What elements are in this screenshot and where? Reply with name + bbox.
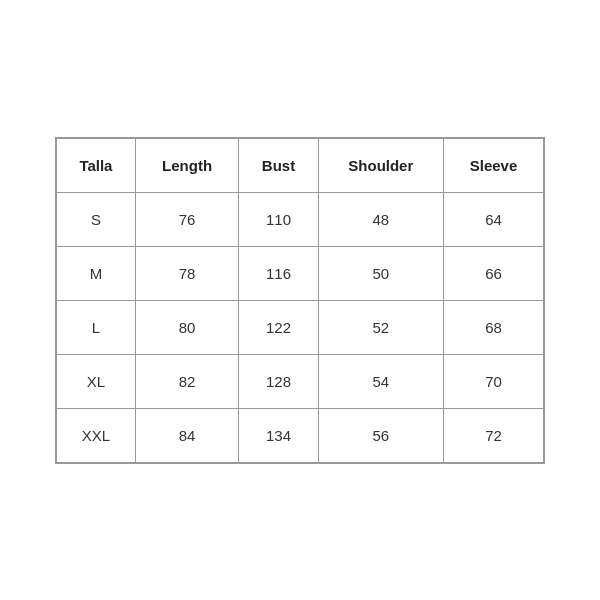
cell-r3-c3: 54	[318, 354, 443, 408]
cell-r1-c4: 66	[444, 246, 544, 300]
cell-r0-c0: S	[57, 192, 136, 246]
table-header: Talla Length Bust Shoulder Sleeve	[57, 138, 544, 192]
col-header-sleeve: Sleeve	[444, 138, 544, 192]
col-header-talla: Talla	[57, 138, 136, 192]
table-row: M781165066	[57, 246, 544, 300]
cell-r2-c2: 122	[239, 300, 318, 354]
cell-r4-c0: XXL	[57, 408, 136, 462]
table-body: S761104864M781165066L801225268XL82128547…	[57, 192, 544, 462]
cell-r0-c2: 110	[239, 192, 318, 246]
cell-r4-c3: 56	[318, 408, 443, 462]
cell-r2-c0: L	[57, 300, 136, 354]
cell-r0-c4: 64	[444, 192, 544, 246]
cell-r0-c1: 76	[135, 192, 239, 246]
table-row: L801225268	[57, 300, 544, 354]
table-row: XXL841345672	[57, 408, 544, 462]
table-row: S761104864	[57, 192, 544, 246]
cell-r3-c0: XL	[57, 354, 136, 408]
cell-r3-c4: 70	[444, 354, 544, 408]
cell-r3-c2: 128	[239, 354, 318, 408]
table-row: XL821285470	[57, 354, 544, 408]
cell-r4-c1: 84	[135, 408, 239, 462]
cell-r3-c1: 82	[135, 354, 239, 408]
col-header-length: Length	[135, 138, 239, 192]
col-header-bust: Bust	[239, 138, 318, 192]
size-chart-container: Talla Length Bust Shoulder Sleeve S76110…	[55, 137, 545, 464]
cell-r0-c3: 48	[318, 192, 443, 246]
col-header-shoulder: Shoulder	[318, 138, 443, 192]
cell-r1-c2: 116	[239, 246, 318, 300]
size-chart-table: Talla Length Bust Shoulder Sleeve S76110…	[56, 138, 544, 463]
cell-r2-c4: 68	[444, 300, 544, 354]
cell-r4-c2: 134	[239, 408, 318, 462]
cell-r1-c1: 78	[135, 246, 239, 300]
header-row: Talla Length Bust Shoulder Sleeve	[57, 138, 544, 192]
cell-r2-c3: 52	[318, 300, 443, 354]
cell-r4-c4: 72	[444, 408, 544, 462]
cell-r1-c3: 50	[318, 246, 443, 300]
cell-r2-c1: 80	[135, 300, 239, 354]
cell-r1-c0: M	[57, 246, 136, 300]
